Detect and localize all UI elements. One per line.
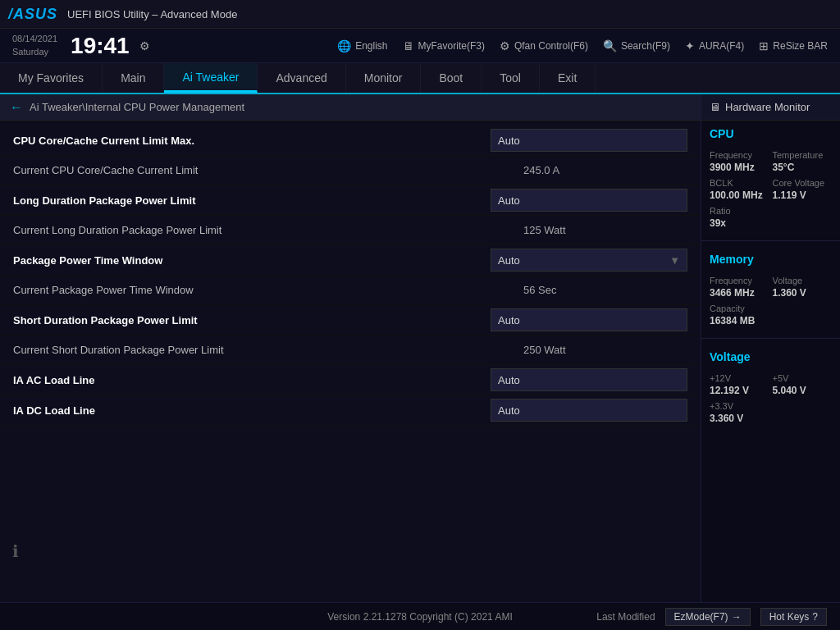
setting-input-cpu-core-limit[interactable]: Auto	[491, 129, 687, 152]
aura-icon: ✦	[685, 39, 695, 52]
nav-exit[interactable]: Exit	[540, 63, 596, 93]
hw-v5-label: +5V	[773, 373, 833, 383]
hw-memory-capacity-label: Capacity	[710, 304, 832, 313]
hw-memory-voltage-label: Voltage	[773, 276, 833, 285]
my-favorite-label: MyFavorite(F3)	[418, 40, 485, 52]
info-icon[interactable]: ℹ	[12, 541, 19, 561]
qfan-label: Qfan Control(F6)	[514, 40, 588, 52]
toolbar-items: 🌐 English 🖥 MyFavorite(F3) ⚙ Qfan Contro…	[337, 39, 828, 52]
hw-memory-capacity: Capacity 16384 MB	[710, 304, 832, 326]
hw-cpu-title: CPU	[710, 127, 832, 144]
hw-v12-label: +12V	[710, 373, 769, 383]
setting-input-ia-ac-load[interactable]: Auto	[491, 368, 687, 391]
breadcrumb: ← Ai Tweaker\Internal CPU Power Manageme…	[0, 94, 701, 121]
nav-my-favorites[interactable]: My Favorites	[0, 63, 103, 93]
hw-cpu-bclk-label: BCLK	[710, 178, 769, 188]
hw-cpu-temperature: Temperature 35°C	[773, 150, 833, 173]
setting-dropdown-pkg-power-window[interactable]: Auto ▼	[491, 249, 687, 272]
hw-cpu-temperature-val: 35°C	[773, 162, 833, 173]
hw-memory-capacity-val: 16384 MB	[710, 315, 832, 326]
hw-cpu-frequency: Frequency 3900 MHz	[710, 150, 769, 173]
favorite-icon: 🖥	[403, 39, 414, 52]
hw-memory-title: Memory	[710, 253, 832, 269]
nav-boot[interactable]: Boot	[421, 63, 482, 93]
language-selector[interactable]: 🌐 English	[337, 39, 387, 52]
hw-cpu-bclk-val: 100.00 MHz	[710, 189, 769, 201]
hw-v33-label: +3.3V	[710, 401, 832, 411]
nav-advanced[interactable]: Advanced	[258, 63, 345, 93]
nav-main[interactable]: Main	[103, 63, 164, 93]
hw-cpu-frequency-label: Frequency	[710, 150, 769, 160]
hw-voltage-title: Voltage	[710, 350, 832, 367]
date-info: 08/14/2021 Saturday	[12, 33, 57, 58]
hw-divider-2	[701, 338, 840, 339]
nav-ai-tweaker[interactable]: Ai Tweaker	[164, 63, 258, 93]
hw-memory-frequency-val: 3466 MHz	[710, 287, 769, 299]
setting-row-current-short-duration: Current Short Duration Package Power Lim…	[0, 336, 701, 365]
setting-label-cpu-core-limit: CPU Core/Cache Current Limit Max.	[13, 135, 491, 147]
setting-label-ia-ac-load: IA AC Load Line	[13, 374, 491, 386]
aura-button[interactable]: ✦ AURA(F4)	[685, 39, 744, 52]
hw-monitor-header: 🖥 Hardware Monitor	[701, 94, 840, 121]
hw-memory-frequency: Frequency 3466 MHz	[710, 276, 769, 299]
monitor-icon: 🖥	[710, 101, 720, 113]
hw-cpu-bclk: BCLK 100.00 MHz	[710, 178, 769, 201]
hw-voltage-12v: +12V 12.192 V	[710, 373, 769, 396]
nav-monitor[interactable]: Monitor	[346, 63, 422, 93]
hw-memory-grid: Frequency 3466 MHz Voltage 1.360 V Capac…	[710, 276, 832, 326]
globe-icon: 🌐	[337, 39, 351, 52]
my-favorite-button[interactable]: 🖥 MyFavorite(F3)	[403, 39, 485, 52]
setting-row-pkg-power-window: Package Power Time Window Auto ▼	[0, 245, 701, 276]
hw-cpu-ratio: Ratio 39x	[710, 206, 769, 229]
setting-row-current-pkg-time: Current Package Power Time Window 56 Sec	[0, 276, 701, 305]
datetime-bar: 08/14/2021 Saturday 19:41 ⚙ 🌐 English 🖥 …	[0, 29, 840, 63]
setting-label-current-pkg-time: Current Package Power Time Window	[13, 284, 523, 296]
aura-label: AURA(F4)	[699, 40, 744, 52]
hw-voltage-grid: +12V 12.192 V +5V 5.040 V +3.3V 3.360 V	[710, 373, 832, 424]
fan-icon: ⚙	[500, 39, 510, 52]
setting-value-current-cpu-core-limit: 245.0 A	[523, 164, 687, 176]
footer: Version 2.21.1278 Copyright (C) 2021 AMI…	[0, 602, 840, 630]
resize-bar-button[interactable]: ⊞ ReSize BAR	[759, 39, 828, 52]
back-arrow[interactable]: ←	[10, 100, 23, 115]
date: 08/14/2021	[12, 33, 57, 45]
hw-memory-frequency-label: Frequency	[710, 276, 769, 285]
settings-icon[interactable]: ⚙	[139, 39, 150, 52]
ez-mode-button[interactable]: EzMode(F7) →	[665, 608, 751, 626]
setting-label-current-cpu-core-limit: Current CPU Core/Cache Current Limit	[13, 164, 523, 176]
nav-tool[interactable]: Tool	[482, 63, 540, 93]
setting-label-long-duration-power: Long Duration Package Power Limit	[13, 194, 491, 207]
dropdown-value-pkg-power-window: Auto	[498, 254, 520, 267]
setting-input-ia-dc-load[interactable]: Auto	[491, 399, 687, 422]
setting-value-current-short-duration: 250 Watt	[523, 344, 687, 356]
ez-mode-label: EzMode(F7)	[674, 611, 728, 623]
setting-input-short-duration-power[interactable]: Auto	[491, 308, 687, 331]
hw-cpu-frequency-val: 3900 MHz	[710, 162, 769, 173]
nav-menu: My Favorites Main Ai Tweaker Advanced Mo…	[0, 63, 840, 94]
language-label: English	[355, 40, 387, 52]
qfan-button[interactable]: ⚙ Qfan Control(F6)	[500, 39, 588, 52]
hot-keys-button[interactable]: Hot Keys ?	[760, 608, 827, 626]
hw-v33-val: 3.360 V	[710, 413, 832, 424]
setting-label-current-long-duration: Current Long Duration Package Power Limi…	[13, 224, 523, 236]
footer-right: Last Modified EzMode(F7) → Hot Keys ?	[596, 608, 827, 626]
hw-cpu-grid: Frequency 3900 MHz Temperature 35°C BCLK…	[710, 150, 832, 229]
setting-label-short-duration-power: Short Duration Package Power Limit	[13, 314, 491, 326]
chevron-down-icon: ▼	[669, 254, 680, 267]
hw-cpu-ratio-val: 39x	[710, 217, 769, 229]
setting-row-current-cpu-core-limit: Current CPU Core/Cache Current Limit 245…	[0, 156, 701, 185]
setting-row-long-duration-power: Long Duration Package Power Limit Auto	[0, 185, 701, 216]
search-button[interactable]: 🔍 Search(F9)	[603, 39, 670, 52]
hw-voltage-33v: +3.3V 3.360 V	[710, 401, 832, 424]
setting-input-long-duration-power[interactable]: Auto	[491, 189, 687, 212]
hw-monitor-title: Hardware Monitor	[725, 101, 810, 113]
hw-v5-val: 5.040 V	[773, 385, 833, 396]
hw-cpu-temperature-label: Temperature	[773, 150, 833, 160]
setting-label-ia-dc-load: IA DC Load Line	[13, 404, 491, 417]
hot-keys-label: Hot Keys	[769, 611, 810, 623]
hw-memory-section: Memory Frequency 3466 MHz Voltage 1.360 …	[701, 246, 840, 333]
settings-list: CPU Core/Cache Current Limit Max. Auto C…	[0, 121, 701, 431]
bios-title: UEFI BIOS Utility – Advanced Mode	[67, 8, 237, 21]
setting-row-current-long-duration: Current Long Duration Package Power Limi…	[0, 216, 701, 245]
search-label: Search(F9)	[621, 40, 670, 52]
